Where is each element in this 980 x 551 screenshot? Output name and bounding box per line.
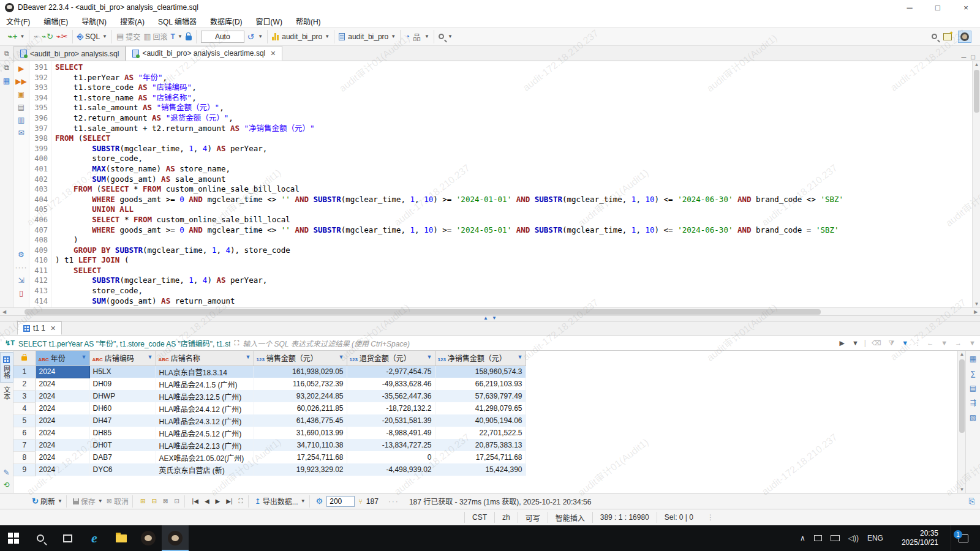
- table-row[interactable]: 12024H5LXHLA京东自营18.3.14161,938,029.05-2,…: [13, 365, 526, 378]
- transaction-mode-button[interactable]: T▼: [171, 32, 183, 41]
- menu-item[interactable]: 搜索(A): [120, 16, 145, 26]
- ie-icon[interactable]: e: [81, 525, 108, 551]
- grid-cell[interactable]: 15,424,390: [435, 463, 526, 476]
- grid-cell[interactable]: 2024: [36, 402, 89, 414]
- tray-network-icon[interactable]: [814, 535, 822, 541]
- grid-cell[interactable]: -2,977,454.75: [347, 365, 435, 378]
- tray-chevron-icon[interactable]: ∧: [800, 534, 805, 542]
- result-settings-gear-icon[interactable]: ⚙: [316, 497, 323, 506]
- filter-expand-icon[interactable]: ⛶: [234, 339, 239, 347]
- prev-row-button[interactable]: ◀: [203, 498, 211, 504]
- grid-cell[interactable]: 20,875,383.13: [435, 439, 526, 451]
- grid-cell[interactable]: DH85: [89, 427, 156, 439]
- grid-cell[interactable]: DH09: [89, 378, 156, 390]
- auto-refresh-icon[interactable]: ⎘: [969, 497, 975, 506]
- grid-cell[interactable]: 40,905,194.06: [435, 414, 526, 427]
- grid-cell[interactable]: HLA唯品会24.4.12 (广州): [156, 402, 254, 414]
- grid-cell[interactable]: 66,219,103.93: [435, 378, 526, 390]
- grid-cell[interactable]: 116,052,732.39: [254, 378, 347, 390]
- tab-grid-view[interactable]: 网格: [0, 352, 13, 383]
- row-number[interactable]: 2: [13, 378, 36, 390]
- column-header[interactable]: 123净销售金额（元）▼: [435, 351, 526, 365]
- grid-cell[interactable]: DH60: [89, 402, 156, 414]
- save-filter-icon[interactable]: ⧩: [887, 339, 897, 347]
- grid-cell[interactable]: -4,498,939.02: [347, 463, 435, 476]
- grid-cell[interactable]: 2024: [36, 378, 89, 390]
- cancel-button[interactable]: ⊠取消: [107, 496, 129, 506]
- grid-cell[interactable]: -18,728,132.2: [347, 402, 435, 414]
- column-dropdown-icon[interactable]: ▼: [518, 354, 523, 360]
- editor-tab[interactable]: <audit_bi_pro> analysis.sql: [13, 46, 126, 61]
- menu-item[interactable]: SQL 编辑器: [158, 16, 197, 26]
- filter-funnel-icon[interactable]: ▼: [900, 339, 910, 347]
- menu-item[interactable]: 文件(F): [6, 16, 30, 26]
- grid-cell[interactable]: DH0T: [89, 439, 156, 451]
- delete-row-icon[interactable]: ⊠: [162, 498, 169, 504]
- editor-tab[interactable]: <audit_bi_pro> analysis_cleartime.sql✕: [126, 46, 282, 61]
- reconnect-icon[interactable]: ⌁↻: [42, 32, 53, 40]
- grid-cell[interactable]: 41,298,079.65: [435, 402, 526, 414]
- grid-cell[interactable]: 2024: [36, 427, 89, 439]
- grouping-panel-icon[interactable]: ▧: [970, 413, 976, 422]
- grid-cell[interactable]: 61,436,775.45: [254, 414, 347, 427]
- sql-editor-button[interactable]: ⎆SQL▼: [77, 32, 107, 42]
- results-tab-close-icon[interactable]: ✕: [50, 324, 56, 332]
- disconnect-icon[interactable]: ⌁✂: [56, 32, 68, 40]
- close-button[interactable]: ×: [952, 0, 980, 15]
- row-number[interactable]: 8: [13, 451, 36, 463]
- grid-cell[interactable]: 2024: [36, 390, 89, 402]
- goto-row-button[interactable]: ⛶: [238, 498, 244, 505]
- dashboard-icon[interactable]: ◔: [405, 32, 410, 41]
- database-selector[interactable]: audit_bi_pro▼: [282, 32, 330, 41]
- restore-panel-icon[interactable]: ⧉: [0, 46, 13, 61]
- network-profile-icon[interactable]: 品: [413, 31, 421, 42]
- filter-expression[interactable]: SELECT t1.perYear AS "年份", t1.store_code…: [18, 338, 231, 348]
- grid-cell[interactable]: AEX唯品会21.05.02(广州): [156, 451, 254, 463]
- schema-selector[interactable]: audit_bi_pro▼: [348, 32, 396, 41]
- grid-cell[interactable]: 93,202,244.85: [254, 390, 347, 402]
- profile-avatar[interactable]: [958, 31, 971, 43]
- sql-code-area[interactable]: SELECT t1.perYear AS "年份", t1.store_code…: [51, 61, 972, 307]
- dbeaver-taskbar-icon-active[interactable]: [162, 525, 189, 551]
- editor-results-sash[interactable]: ▲ ▼: [0, 315, 980, 321]
- maximize-button[interactable]: □: [924, 0, 952, 15]
- script-file-icon[interactable]: ▯: [19, 290, 23, 297]
- row-number[interactable]: 9: [13, 463, 36, 476]
- row-number[interactable]: 6: [13, 427, 36, 439]
- fetch-size-input[interactable]: [326, 496, 355, 507]
- export-script-icon[interactable]: ⇲: [18, 277, 24, 284]
- task-view-icon[interactable]: [54, 525, 81, 551]
- grid-cell[interactable]: HLA唯品会24.1.5 (广州): [156, 378, 254, 390]
- transaction-log-icon[interactable]: ↺: [247, 32, 255, 42]
- grid-cell[interactable]: 158,960,574.3: [435, 365, 526, 378]
- column-header[interactable]: ABC店铺编码▼: [89, 351, 156, 365]
- record-mode-icon[interactable]: ✎: [3, 468, 9, 477]
- erase-filter-icon[interactable]: ⌫: [870, 339, 883, 347]
- grid-cell[interactable]: 31,690,013.99: [254, 427, 347, 439]
- grid-cell[interactable]: 17,254,711.68: [435, 451, 526, 463]
- taskbar-clock[interactable]: 20:35 2025/10/21: [895, 529, 944, 547]
- grid-cell[interactable]: H5LX: [89, 365, 156, 378]
- file-explorer-icon[interactable]: [108, 525, 135, 551]
- editor-vertical-scrollbar[interactable]: ▲ ▼: [972, 61, 980, 307]
- menu-item[interactable]: 帮助(H): [296, 16, 321, 26]
- grid-cell[interactable]: -20,531,581.39: [347, 414, 435, 427]
- menu-item[interactable]: 窗口(W): [256, 16, 282, 26]
- duplicate-row-icon[interactable]: ⊡: [173, 498, 180, 504]
- grid-cell[interactable]: 161,938,029.05: [254, 365, 347, 378]
- export-data-button[interactable]: ↥导出数据...▼: [255, 496, 306, 506]
- column-dropdown-icon[interactable]: ▼: [81, 354, 87, 360]
- row-number[interactable]: 1: [13, 365, 36, 378]
- rollback-button[interactable]: ▥回滚: [143, 31, 167, 42]
- row-number[interactable]: 7: [13, 439, 36, 451]
- output-console-icon[interactable]: ▥: [18, 116, 24, 124]
- new-connection-button[interactable]: ⌁+▼: [8, 32, 24, 40]
- results-tab[interactable]: t1 1 ✕: [17, 321, 62, 335]
- perspective-icon[interactable]: [943, 33, 952, 40]
- row-number[interactable]: 3: [13, 390, 36, 402]
- grid-cell[interactable]: 22,701,522.5: [435, 427, 526, 439]
- grid-cell[interactable]: DAB7: [89, 451, 156, 463]
- back-arrow-icon[interactable]: ←: [925, 339, 935, 347]
- column-dropdown-icon[interactable]: ▼: [339, 354, 344, 360]
- column-header[interactable]: ABC年份▼: [36, 351, 89, 365]
